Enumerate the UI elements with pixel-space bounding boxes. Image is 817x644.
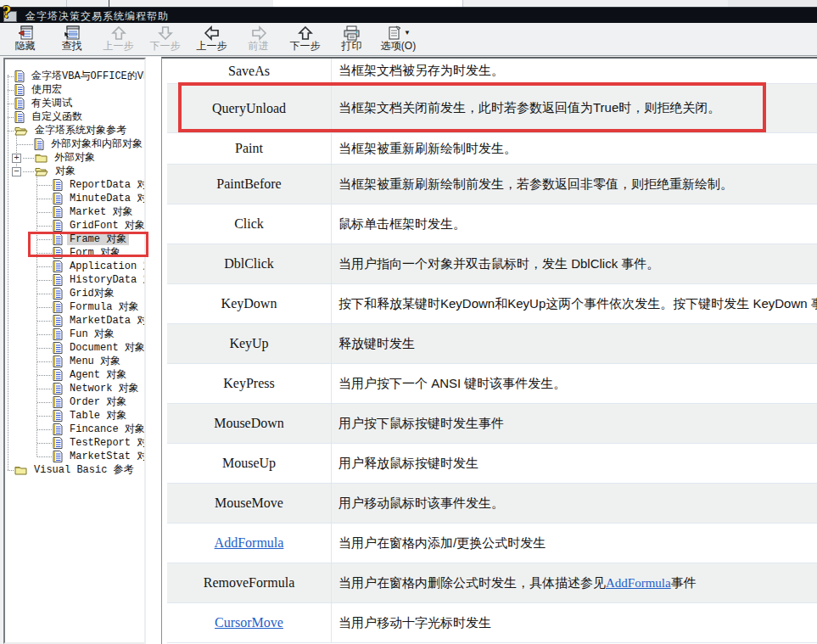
toolbar-button-label: 下一步 bbox=[150, 41, 181, 52]
toolbar-button-next-step[interactable]: 下一步 bbox=[282, 25, 328, 54]
folder-closed-icon bbox=[14, 465, 27, 475]
sidebar-item-order-对象[interactable]: Order 对象 bbox=[5, 395, 144, 409]
cursormove-link[interactable]: CursorMove bbox=[215, 615, 283, 630]
toolbar-button-locate[interactable]: 查找 bbox=[48, 25, 95, 54]
toolbar-button-hide[interactable]: 隐藏 bbox=[2, 25, 48, 54]
topic-page-icon bbox=[34, 138, 44, 150]
topic-page-icon bbox=[53, 383, 63, 395]
sidebar-item-label: MarketData 对象 bbox=[67, 315, 146, 327]
sidebar-item-label: Order 对象 bbox=[67, 396, 129, 408]
sidebar-item-外部对象和内部对象[interactable]: 外部对象和内部对象 bbox=[5, 137, 144, 151]
tree-connector bbox=[37, 443, 52, 444]
sidebar-item-label: TestReport 对象 bbox=[67, 437, 146, 449]
sidebar-item-application-对象[interactable]: Application 对象 bbox=[5, 260, 144, 273]
sidebar-item-金字塔vba与office的vba[interactable]: 金字塔VBA与OFFICE的VBA bbox=[5, 70, 144, 83]
event-name: Click bbox=[234, 216, 264, 232]
help-content-panel: SaveAs当框架文档被另存为时发生。QueryUnload当框架文档关闭前发生… bbox=[161, 57, 817, 644]
topic-page-icon bbox=[53, 369, 63, 381]
addformula-link[interactable]: AddFormula bbox=[606, 576, 671, 591]
tree-connector bbox=[37, 321, 52, 322]
sidebar-item-reportdata-对象[interactable]: ReportData 对象 bbox=[5, 178, 144, 192]
sidebar-item-testreport-对象[interactable]: TestReport 对象 bbox=[5, 436, 144, 450]
sidebar-item-自定义函数[interactable]: 自定义函数 bbox=[5, 110, 144, 124]
topic-page-icon bbox=[14, 111, 25, 123]
window-title: 金字塔决策交易系统编程帮助 bbox=[25, 9, 169, 24]
sidebar-item-gridfont-对象[interactable]: GridFont 对象 bbox=[5, 219, 144, 232]
sidebar-item-minutedata-对象[interactable]: MinuteData 对象 bbox=[5, 192, 144, 205]
tree-connector bbox=[8, 131, 14, 132]
sidebar-item-form-对象[interactable]: Form 对象 bbox=[5, 246, 144, 260]
sidebar-item-label: 使用宏 bbox=[29, 84, 64, 96]
sidebar-item-formula-对象[interactable]: Formula 对象 bbox=[5, 300, 144, 314]
printer-icon bbox=[343, 25, 361, 41]
sidebar-item-document-对象[interactable]: Document 对象 bbox=[5, 341, 144, 355]
event-row-keydown: KeyDown按下和释放某键时KeyDown和KeyUp这两个事件依次发生。按下… bbox=[167, 284, 817, 324]
sidebar-item-有关调试[interactable]: 有关调试 bbox=[5, 97, 144, 110]
event-description-cell: 当框架被重新刷新绘制前发生，若参数返回非零值，则拒绝重新绘制。 bbox=[332, 165, 817, 204]
sidebar-item-label: MinuteData 对象 bbox=[67, 193, 146, 204]
event-name: PaintBefore bbox=[216, 176, 281, 192]
event-row-mousedown: MouseDown用户按下鼠标按键时发生事件 bbox=[167, 404, 817, 444]
sidebar-item-label: Agent 对象 bbox=[67, 369, 129, 381]
sidebar-item-frame-对象[interactable]: Frame 对象 bbox=[5, 232, 144, 246]
sidebar-item-fincance-对象[interactable]: Fincance 对象 bbox=[5, 423, 144, 436]
sidebar-item-对象[interactable]: −对象 bbox=[5, 165, 144, 178]
event-description-cell: 当框架文档关闭前发生，此时若参数返回值为True时，则拒绝关闭。 bbox=[332, 84, 817, 132]
event-row-paint: Paint当框架被重新刷新绘制时发生。 bbox=[167, 133, 817, 165]
event-name-cell: Click bbox=[167, 204, 332, 244]
event-description-cell: 用户移动鼠标时该事件发生。 bbox=[332, 484, 817, 523]
event-name: SaveAs bbox=[228, 64, 270, 79]
sidebar-item-外部对象[interactable]: +外部对象 bbox=[5, 151, 144, 165]
sidebar-item-market-对象[interactable]: Market 对象 bbox=[5, 205, 144, 219]
event-name-cell: KeyDown bbox=[167, 284, 332, 323]
event-description-cell: 释放键时发生 bbox=[332, 324, 817, 363]
sidebar-item-label: Grid对象 bbox=[67, 288, 117, 300]
description-text: 当框架文档关闭前发生，此时若参数返回值为True时，则拒绝关闭。 bbox=[339, 100, 720, 116]
sidebar-item-marketdata-对象[interactable]: MarketData 对象 bbox=[5, 314, 144, 328]
event-name-cell: AddFormula bbox=[167, 524, 332, 563]
description-text: 用户释放鼠标按键时发生 bbox=[339, 456, 478, 472]
expander-plus-icon[interactable]: + bbox=[12, 154, 21, 163]
sidebar-content-splitter[interactable] bbox=[146, 57, 161, 644]
sidebar-item-marketstat-对象[interactable]: MarketStat 对象 bbox=[5, 450, 144, 463]
sidebar-item-label: MarketStat 对象 bbox=[67, 451, 146, 462]
toolbar-button-options[interactable]: ▼选项(O) bbox=[375, 25, 422, 54]
topic-page-icon bbox=[53, 274, 63, 286]
event-name-cell: Paint bbox=[167, 133, 332, 164]
sidebar-item-table-对象[interactable]: Table 对象 bbox=[5, 409, 144, 423]
sidebar-item-label: Fun 对象 bbox=[67, 328, 117, 340]
sidebar-item-grid对象[interactable]: Grid对象 bbox=[5, 287, 144, 300]
sidebar-item-historydata-对象[interactable]: HistoryData 对象 bbox=[5, 273, 144, 287]
toolbar-button-label: 前进 bbox=[249, 41, 269, 52]
event-description-cell: 当用户移动十字光标时发生 bbox=[332, 603, 817, 642]
description-text: 鼠标单击框架时发生。 bbox=[339, 216, 466, 232]
expander-minus-icon[interactable]: − bbox=[12, 167, 21, 176]
event-name-cell: PaintBefore bbox=[167, 165, 332, 204]
sidebar-item-使用宏[interactable]: 使用宏 bbox=[5, 83, 144, 97]
event-name-cell: SaveAs bbox=[167, 59, 332, 83]
event-name-cell: MouseDown bbox=[167, 404, 332, 443]
sidebar-item-visual-basic-参考[interactable]: Visual Basic 参考 bbox=[5, 463, 144, 477]
sidebar-item-fun-对象[interactable]: Fun 对象 bbox=[5, 328, 144, 341]
tree-connector bbox=[37, 429, 52, 430]
tree-connector bbox=[37, 185, 52, 186]
event-description-cell: 当框架被重新刷新绘制时发生。 bbox=[332, 133, 817, 164]
toolbar-button-next-topic: 下一步 bbox=[142, 25, 188, 54]
description-text: 用户按下鼠标按键时发生事件 bbox=[339, 416, 504, 432]
topic-page-icon bbox=[53, 396, 63, 408]
toolbar-button-back[interactable]: 上一步 bbox=[188, 25, 235, 54]
topic-page-icon bbox=[53, 342, 63, 354]
sidebar-item-network-对象[interactable]: Network 对象 bbox=[5, 382, 144, 395]
help-window: ? 金字塔决策交易系统编程帮助 隐藏查找上一步下一步上一步前进下一步打印▼选项(… bbox=[0, 0, 817, 644]
sidebar-item-menu-对象[interactable]: Menu 对象 bbox=[5, 355, 144, 368]
toolbar-button-print[interactable]: 打印 bbox=[328, 25, 375, 54]
addformula-link[interactable]: AddFormula bbox=[215, 535, 284, 551]
sidebar-item-agent-对象[interactable]: Agent 对象 bbox=[5, 368, 144, 382]
event-description-cell: 当框架文档被另存为时发生。 bbox=[332, 59, 817, 83]
folder-open-icon bbox=[14, 126, 28, 136]
sidebar-item-label: 对象 bbox=[53, 165, 78, 177]
description-text: 事件 bbox=[671, 575, 697, 591]
topic-page-icon bbox=[53, 315, 63, 327]
event-row-removeformula: RemoveFormula当用户在窗格内删除公式时发生，具体描述参见AddFor… bbox=[167, 563, 817, 603]
sidebar-item-金字塔系统对象参考[interactable]: 金字塔系统对象参考 bbox=[5, 124, 144, 137]
